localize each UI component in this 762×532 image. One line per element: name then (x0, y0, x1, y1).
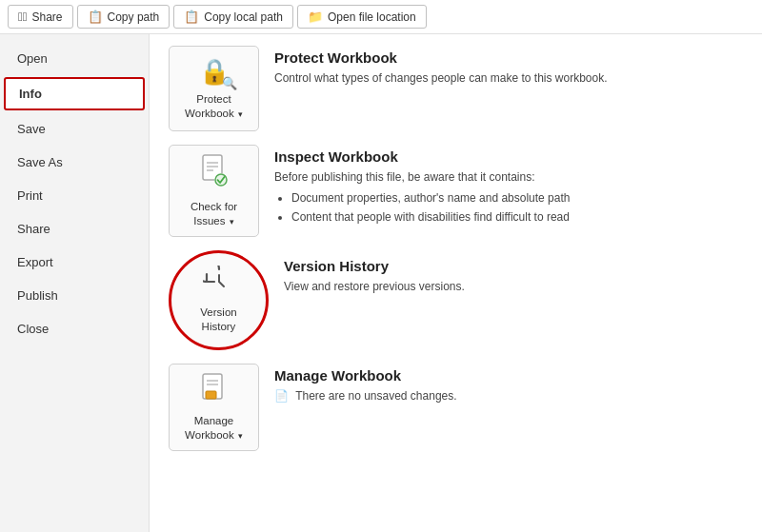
manage-workbook-section: ManageWorkbook ▾ Manage Workbook 📄 There… (169, 364, 743, 451)
sidebar-item-save-as[interactable]: Save As (0, 146, 149, 179)
sidebar-item-save[interactable]: Save (0, 112, 149, 146)
copy-path-label: Copy path (108, 10, 160, 24)
manage-workbook-icon (200, 372, 229, 408)
sidebar: Open Info Save Save As Print Share Expor… (0, 34, 150, 532)
sidebar-item-publish[interactable]: Publish (0, 279, 149, 312)
open-file-location-label: Open file location (328, 10, 416, 24)
check-for-issues-btn-label: Check forIssues ▾ (190, 200, 237, 228)
check-for-issues-icon (200, 153, 229, 194)
protect-workbook-title: Protect Workbook (274, 49, 743, 66)
inspect-bullet-2: Content that people with disabilities fi… (291, 208, 743, 226)
copy-path-icon: 📋 (88, 10, 103, 24)
version-history-icon (203, 266, 235, 300)
copy-path-button[interactable]: 📋 Copy path (77, 5, 170, 29)
protect-workbook-icon: 🔒 🔍 (199, 57, 230, 87)
inspect-bullet-1: Document properties, author's name and a… (291, 189, 743, 207)
protect-workbook-text: Protect Workbook Control what types of c… (274, 46, 743, 87)
unsaved-icon: 📄 (274, 389, 289, 403)
sidebar-item-info[interactable]: Info (4, 77, 145, 110)
sidebar-item-share[interactable]: Share (0, 212, 149, 246)
version-history-desc: View and restore previous versions. (284, 278, 743, 295)
copy-local-path-icon: 📋 (184, 10, 199, 24)
sidebar-item-export[interactable]: Export (0, 246, 149, 279)
manage-workbook-desc: 📄 There are no unsaved changes. (274, 387, 743, 404)
version-history-btn-label: VersionHistory (200, 305, 236, 334)
open-file-location-button[interactable]: 📁 Open file location (297, 5, 427, 29)
manage-workbook-text: Manage Workbook 📄 There are no unsaved c… (274, 364, 743, 404)
copy-local-path-label: Copy local path (204, 10, 283, 24)
sidebar-item-open[interactable]: Open (0, 42, 149, 75)
version-history-title: Version History (284, 258, 743, 274)
copy-local-path-button[interactable]: 📋 Copy local path (173, 5, 293, 29)
protect-workbook-button[interactable]: 🔒 🔍 ProtectWorkbook ▾ (169, 46, 259, 131)
inspect-workbook-text: Inspect Workbook Before publishing this … (274, 145, 743, 227)
version-history-section: VersionHistory Version History View and … (169, 250, 743, 350)
version-history-button[interactable]: VersionHistory (169, 250, 269, 350)
version-history-text: Version History View and restore previou… (284, 250, 743, 295)
inspect-workbook-desc: Before publishing this file, be aware th… (274, 168, 743, 226)
protect-workbook-section: 🔒 🔍 ProtectWorkbook ▾ Protect Workbook C… (169, 46, 743, 131)
top-toolbar: ↗⃞ Share 📋 Copy path 📋 Copy local path 📁… (0, 0, 762, 34)
share-label: Share (32, 10, 63, 24)
check-for-issues-button[interactable]: Check forIssues ▾ (169, 145, 259, 237)
share-button[interactable]: ↗⃞ Share (8, 5, 73, 29)
sidebar-item-close[interactable]: Close (0, 312, 149, 345)
main-layout: Open Info Save Save As Print Share Expor… (0, 34, 762, 532)
manage-workbook-title: Manage Workbook (274, 367, 743, 384)
protect-workbook-desc: Control what types of changes people can… (274, 69, 743, 87)
protect-workbook-btn-label: ProtectWorkbook ▾ (185, 92, 243, 121)
inspect-workbook-title: Inspect Workbook (274, 148, 743, 165)
manage-workbook-btn-label: ManageWorkbook ▾ (185, 414, 243, 443)
inspect-workbook-section: Check forIssues ▾ Inspect Workbook Befor… (169, 145, 743, 237)
share-icon: ↗⃞ (18, 10, 28, 24)
content-area: 🔒 🔍 ProtectWorkbook ▾ Protect Workbook C… (150, 34, 762, 532)
manage-workbook-button[interactable]: ManageWorkbook ▾ (169, 364, 259, 451)
open-file-location-icon: 📁 (308, 10, 323, 24)
svg-rect-7 (206, 391, 216, 399)
sidebar-item-print[interactable]: Print (0, 179, 149, 212)
